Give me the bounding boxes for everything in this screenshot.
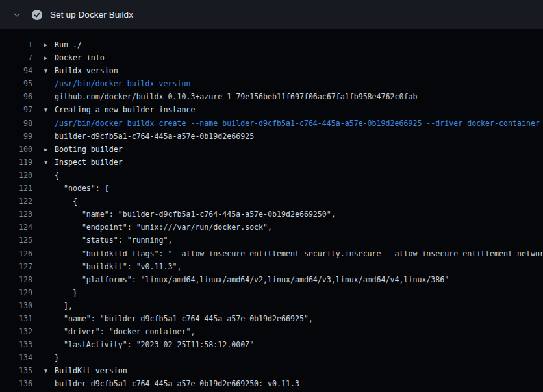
group-expanded-icon: ▼	[44, 364, 55, 377]
line-number[interactable]: 133	[0, 338, 32, 351]
line-number[interactable]: 124	[0, 221, 32, 234]
log-line-text: "platforms": "linux/amd64,linux/amd64/v2…	[55, 273, 449, 286]
log-line-text: "name": "builder-d9cfb5a1-c764-445a-a57e…	[55, 312, 313, 325]
log-line: 128 "platforms": "linux/amd64,linux/amd6…	[0, 273, 543, 286]
log-line: 136 builder-d9cfb5a1-c764-445a-a57e-0b19…	[0, 377, 543, 390]
log-line: 126 "buildkitd-flags": "--allow-insecure…	[0, 247, 543, 260]
log-line[interactable]: 94 ▼ Buildx version	[0, 64, 543, 77]
line-number[interactable]: 96	[0, 90, 32, 103]
group-collapsed-icon: ▶	[44, 143, 55, 156]
log-line-text: Docker info	[55, 51, 105, 64]
line-number[interactable]: 135	[0, 364, 32, 377]
line-number[interactable]: 94	[0, 64, 32, 77]
log-line-text: "buildkit": "v0.11.3",	[55, 260, 181, 273]
line-number[interactable]: 125	[0, 234, 32, 247]
line-number[interactable]: 136	[0, 377, 32, 390]
line-number[interactable]: 100	[0, 143, 32, 156]
log-line-text: {	[55, 195, 77, 208]
line-number[interactable]: 129	[0, 286, 32, 299]
log-line: 120 {	[0, 169, 543, 182]
group-expanded-icon: ▼	[44, 64, 55, 77]
line-number[interactable]: 98	[0, 117, 32, 130]
log-line[interactable]: 135 ▼ BuildKit version	[0, 364, 543, 377]
log-line[interactable]: 119 ▼ Inspect builder	[0, 156, 543, 169]
line-number[interactable]: 7	[0, 51, 32, 64]
log-line-text: "driver": "docker-container",	[55, 325, 195, 338]
log-line-text: Run ./	[55, 38, 82, 51]
line-number[interactable]: 99	[0, 130, 32, 143]
log-line: 96 github.com/docker/buildx 0.10.3+azure…	[0, 90, 543, 103]
line-number[interactable]: 121	[0, 182, 32, 195]
log-line: 122 {	[0, 195, 543, 208]
line-number[interactable]: 134	[0, 351, 32, 364]
group-collapsed-icon: ▶	[44, 38, 55, 51]
step-header[interactable]: Set up Docker Buildx	[0, 0, 543, 29]
line-number[interactable]: 130	[0, 299, 32, 312]
log-line-text: "nodes": [	[55, 182, 109, 195]
log-line[interactable]: 100 ▶ Booting builder	[0, 143, 543, 156]
log-line-text: /usr/bin/docker buildx version	[55, 77, 190, 90]
log-line-text: Creating a new builder instance	[55, 103, 195, 116]
log-line-text: "status": "running",	[55, 234, 172, 247]
log-line-text: /usr/bin/docker buildx create --name bui…	[55, 117, 540, 130]
log-line-text: }	[55, 351, 59, 364]
log-line: 133 "lastActivity": "2023-02-25T11:58:12…	[0, 338, 543, 351]
log-line-text: "endpoint": "unix:///var/run/docker.sock…	[55, 221, 272, 234]
chevron-down-icon[interactable]	[10, 11, 23, 19]
log-line-text: {	[55, 169, 59, 182]
check-circle-icon	[32, 10, 42, 20]
line-number[interactable]: 122	[0, 195, 32, 208]
log-line-text: ],	[55, 299, 73, 312]
log-line: 123 "name": "builder-d9cfb5a1-c764-445a-…	[0, 208, 543, 221]
group-expanded-icon: ▼	[44, 156, 55, 169]
log-line: 99 builder-d9cfb5a1-c764-445a-a57e-0b19d…	[0, 130, 543, 143]
log-line[interactable]: 97 ▼ Creating a new builder instance	[0, 103, 543, 116]
log-area: 1 ▶ Run ./ 7 ▶ Docker info 94 ▼ Buildx v…	[0, 29, 543, 391]
line-number[interactable]: 120	[0, 169, 32, 182]
group-collapsed-icon: ▶	[44, 51, 55, 64]
log-line-text: }	[55, 286, 77, 299]
line-number[interactable]: 119	[0, 156, 32, 169]
line-number[interactable]: 95	[0, 77, 32, 90]
log-line-text: "lastActivity": "2023-02-25T11:58:12.000…	[55, 338, 254, 351]
log-line: 132 "driver": "docker-container",	[0, 325, 543, 338]
line-number[interactable]: 131	[0, 312, 32, 325]
group-expanded-icon: ▼	[44, 103, 55, 116]
step-title: Set up Docker Buildx	[50, 10, 133, 19]
log-line: 124 "endpoint": "unix:///var/run/docker.…	[0, 221, 543, 234]
line-number[interactable]: 97	[0, 103, 32, 116]
log-line: 130 ],	[0, 299, 543, 312]
line-number[interactable]: 128	[0, 273, 32, 286]
log-line-text: github.com/docker/buildx 0.10.3+azure-1 …	[55, 90, 417, 103]
log-line-text: "buildkitd-flags": "--allow-insecure-ent…	[55, 247, 543, 260]
log-line-text: builder-d9cfb5a1-c764-445a-a57e-0b19d2e6…	[55, 377, 299, 390]
log-line: 121 "nodes": [	[0, 182, 543, 195]
log-line-text: Inspect builder	[55, 156, 123, 169]
workflow-step-log: Set up Docker Buildx 1 ▶ Run ./ 7 ▶ Dock…	[0, 0, 543, 391]
log-line: 98 /usr/bin/docker buildx create --name …	[0, 117, 543, 130]
log-line-text: builder-d9cfb5a1-c764-445a-a57e-0b19d2e6…	[55, 130, 254, 143]
log-line-text: Booting builder	[55, 143, 123, 156]
log-line-text: Buildx version	[55, 64, 118, 77]
log-line: 125 "status": "running",	[0, 234, 543, 247]
log-line: 95 /usr/bin/docker buildx version	[0, 77, 543, 90]
log-line[interactable]: 7 ▶ Docker info	[0, 51, 543, 64]
log-line: 127 "buildkit": "v0.11.3",	[0, 260, 543, 273]
log-line-text: BuildKit version	[55, 364, 127, 377]
line-number[interactable]: 126	[0, 247, 32, 260]
log-line: 134 }	[0, 351, 543, 364]
line-number[interactable]: 127	[0, 260, 32, 273]
log-line: 129 }	[0, 286, 543, 299]
line-number[interactable]: 132	[0, 325, 32, 338]
log-line-text: "name": "builder-d9cfb5a1-c764-445a-a57e…	[55, 208, 336, 221]
log-line: 131 "name": "builder-d9cfb5a1-c764-445a-…	[0, 312, 543, 325]
line-number[interactable]: 1	[0, 38, 32, 51]
line-number[interactable]: 123	[0, 208, 32, 221]
log-line[interactable]: 1 ▶ Run ./	[0, 38, 543, 51]
